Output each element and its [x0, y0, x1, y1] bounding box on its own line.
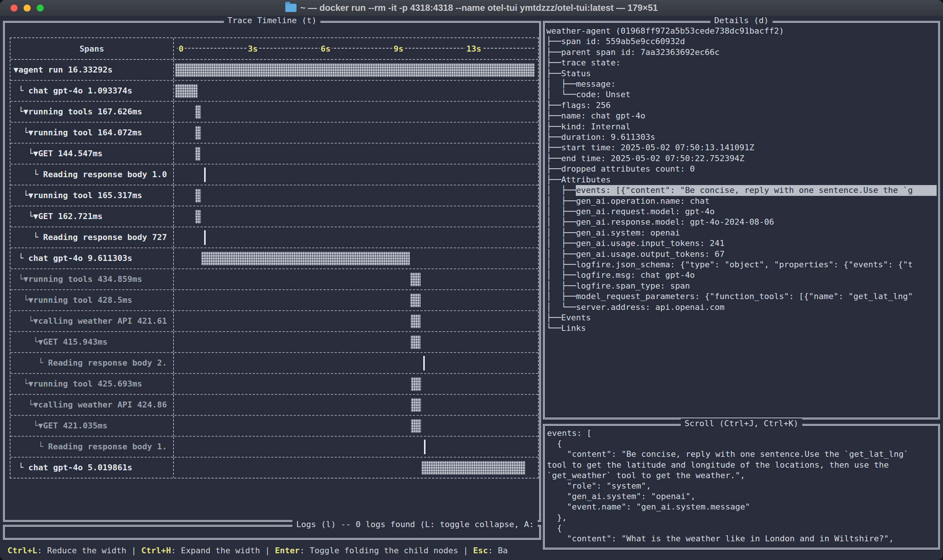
- tree-branch-icon: │ └──: [546, 302, 576, 312]
- tree-line[interactable]: ├──Events: [546, 312, 937, 323]
- span-row[interactable]: └▼running tools 167.626ms: [11, 102, 538, 123]
- tree-line[interactable]: │ ├──gen_ai.operation.name: chat: [546, 196, 937, 206]
- tree-line[interactable]: │ ├──model_request_parameters: {"functio…: [546, 291, 937, 302]
- timeline-bar: [195, 126, 201, 140]
- timeline-cursor-line: [204, 168, 206, 182]
- zoom-button[interactable]: [37, 5, 44, 12]
- span-timeline-cell: [174, 269, 538, 289]
- tree-line[interactable]: └──Links: [546, 323, 937, 334]
- tree-line[interactable]: ├──duration: 9.611303s: [546, 132, 937, 142]
- tree-value: gen_ai.usage.input_tokens: 241: [576, 238, 724, 249]
- tree-line[interactable]: ├──flags: 256: [546, 100, 937, 111]
- span-label-cell: └ Reading response body 1.0: [11, 165, 174, 185]
- scroll-line: `get_weather` tool to get the weather.",: [547, 470, 937, 481]
- status-desc: : Reduce the width: [37, 546, 126, 555]
- span-row[interactable]: └▼running tool 425.693ms: [11, 374, 538, 395]
- tree-line[interactable]: │ └──code: Unset: [546, 89, 937, 100]
- span-label: └▼running tool 165.317ms: [11, 185, 173, 206]
- span-label-cell: └▼calling weather API 421.61: [11, 311, 174, 331]
- span-row[interactable]: └▼GET 162.721ms: [11, 206, 538, 227]
- tree-branch-icon: │ └──: [546, 89, 576, 100]
- tree-line[interactable]: ├──start time: 2025-05-02 07:50:13.14109…: [546, 142, 937, 153]
- tree-line[interactable]: │ ├──gen_ai.response.model: gpt-4o-2024-…: [546, 217, 937, 227]
- status-key: Ctrl+H: [142, 546, 171, 555]
- tree-value: span id: 559ab5e9cc60932d: [561, 36, 685, 47]
- span-row[interactable]: └ Reading response body 727: [11, 227, 538, 248]
- span-row[interactable]: └ chat gpt-4o 9.611303s: [11, 248, 538, 269]
- span-label-cell: └ chat gpt-4o 5.019861s: [11, 458, 174, 478]
- tree-line[interactable]: │ ├──events: [{"content": "Be concise, r…: [546, 185, 937, 195]
- span-row[interactable]: ▼agent run 16.33292s: [11, 60, 538, 81]
- tree-line[interactable]: ├──span id: 559ab5e9cc60932d: [546, 36, 937, 47]
- timeline-bar: [195, 189, 201, 203]
- tree-branch-icon: ├──: [546, 132, 561, 142]
- tree-line[interactable]: │ ├──gen_ai.usage.input_tokens: 241: [546, 238, 937, 249]
- tree-value: logfire.json_schema: {"type": "object", …: [576, 260, 913, 270]
- tree-line[interactable]: ├──kind: Internal: [546, 122, 937, 132]
- span-row[interactable]: └▼running tools 434.859ms: [11, 269, 538, 290]
- timeline-bar: [410, 272, 421, 286]
- span-row[interactable]: └▼calling weather API 421.61: [11, 311, 538, 332]
- span-timeline-cell: [174, 311, 538, 331]
- span-label: └ Reading response body 1.: [11, 437, 173, 457]
- span-row[interactable]: └▼running tool 428.5ms: [11, 290, 538, 311]
- window-title: ~ — docker run --rm -it -p 4318:4318 --n…: [300, 3, 658, 13]
- span-label-cell: └▼running tools 434.859ms: [11, 269, 174, 289]
- span-row[interactable]: └ chat gpt-4o 5.019861s: [11, 458, 538, 478]
- tree-line[interactable]: ├──name: chat gpt-4o: [546, 111, 937, 121]
- scroll-content[interactable]: events: [ { "content": "Be concise, repl…: [547, 428, 937, 546]
- timeline-bar: [175, 84, 197, 98]
- tree-value: kind: Internal: [561, 122, 631, 132]
- status-desc: : Expand the width: [171, 546, 260, 555]
- span-row[interactable]: └▼running tool 165.317ms: [11, 185, 538, 206]
- tree-line[interactable]: ├──end time: 2025-05-02 07:50:22.752394Z: [546, 153, 937, 164]
- tree-value: code: Unset: [576, 89, 631, 100]
- span-row[interactable]: └ Reading response body 1.0: [11, 165, 538, 185]
- span-label: └▼running tools 434.859ms: [11, 269, 173, 289]
- tree-line[interactable]: │ └──server.address: api.openai.com: [546, 302, 937, 312]
- trace-timeline-panel-title: Trace Timeline (t): [224, 16, 320, 25]
- span-row[interactable]: └ Reading response body 1.: [11, 437, 538, 458]
- details-tree[interactable]: weather-agent (01968ff972a5b53cede738dc9…: [546, 26, 937, 416]
- span-timeline-cell: [174, 437, 538, 457]
- scroll-line: "content": "Be concise, reply with one s…: [547, 449, 937, 460]
- tree-value: trace state:: [561, 58, 621, 68]
- tree-value-selected: events: [{"content": "Be concise, reply …: [576, 185, 937, 195]
- logs-panel[interactable]: Logs (l) -- 0 logs found (L: toggle coll…: [3, 525, 541, 540]
- span-row[interactable]: └▼GET 415.943ms: [11, 332, 538, 353]
- span-timeline-cell: [174, 458, 538, 478]
- tree-line[interactable]: │ ├──logfire.span_type: span: [546, 281, 937, 291]
- span-row[interactable]: └▼GET 144.547ms: [11, 143, 538, 165]
- timeline-bar: [195, 105, 201, 119]
- status-desc: : Ba: [488, 546, 508, 555]
- tree-branch-icon: │ ├──: [546, 217, 576, 227]
- span-row[interactable]: └ chat gpt-4o 1.093374s: [11, 81, 538, 102]
- tree-value: dropped attributes count: 0: [561, 164, 695, 174]
- tree-line[interactable]: │ ├──gen_ai.request.model: gpt-4o: [546, 206, 937, 217]
- tree-line[interactable]: ├──Attributes: [546, 175, 937, 185]
- span-timeline-cell: [174, 185, 538, 206]
- tree-line[interactable]: │ ├──logfire.msg: chat gpt-4o: [546, 270, 937, 280]
- tree-line[interactable]: ├──trace state:: [546, 58, 937, 68]
- span-row[interactable]: └▼GET 421.035ms: [11, 416, 538, 437]
- status-separator: |: [126, 546, 142, 555]
- minimize-button[interactable]: [23, 5, 31, 12]
- tree-line[interactable]: │ ├──logfire.json_schema: {"type": "obje…: [546, 260, 937, 270]
- tree-line[interactable]: │ ├──gen_ai.usage.output_tokens: 67: [546, 249, 937, 260]
- tree-line[interactable]: │ ├──gen_ai.system: openai: [546, 228, 937, 238]
- tree-line[interactable]: │ ├──message:: [546, 79, 937, 89]
- close-button[interactable]: [11, 5, 18, 12]
- span-row[interactable]: └▼running tool 164.072ms: [11, 123, 538, 143]
- tree-line[interactable]: ├──parent span id: 7aa32363692ec66c: [546, 47, 937, 58]
- span-label-cell: └▼running tool 165.317ms: [11, 185, 174, 206]
- span-row[interactable]: └ Reading response body 2.: [11, 353, 538, 374]
- span-label: └▼running tool 425.693ms: [11, 374, 173, 394]
- span-label: └▼calling weather API 421.61: [11, 311, 173, 331]
- tree-line[interactable]: ├──dropped attributes count: 0: [546, 164, 937, 174]
- tree-value: parent span id: 7aa32363692ec66c: [561, 47, 720, 58]
- span-timeline-cell: [174, 374, 538, 394]
- tree-line[interactable]: weather-agent (01968ff972a5b53cede738dc9…: [546, 26, 937, 36]
- span-row[interactable]: └▼calling weather API 424.86: [11, 395, 538, 416]
- tree-line[interactable]: ├──Status: [546, 68, 937, 79]
- span-label-cell: └▼GET 415.943ms: [11, 332, 174, 352]
